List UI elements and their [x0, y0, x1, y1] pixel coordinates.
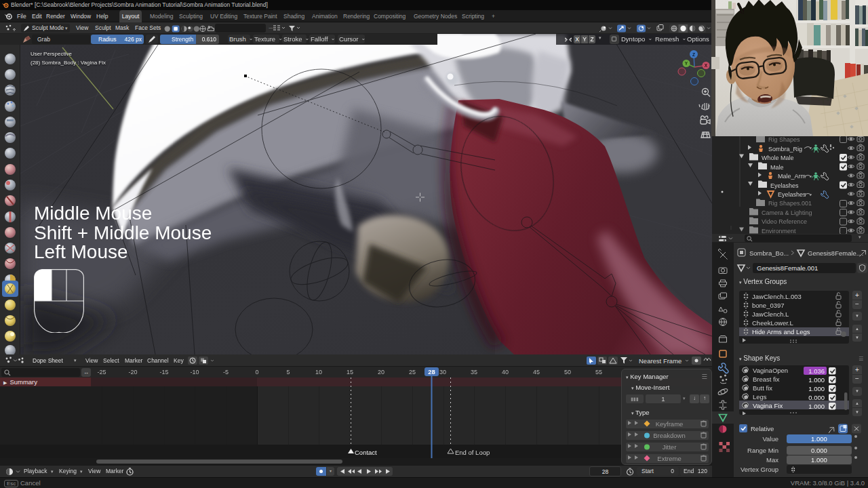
- svg-text:28: 28: [428, 368, 435, 375]
- svg-text:Jitter: Jitter: [663, 443, 677, 451]
- svg-text:Butt fix: Butt fix: [753, 384, 772, 392]
- svg-text:Eyelashes: Eyelashes: [778, 191, 806, 198]
- svg-text:1.000: 1.000: [808, 403, 825, 410]
- svg-text:Sombra_Bo...: Sombra_Bo...: [749, 249, 789, 257]
- svg-text:Rig Shapes.001: Rig Shapes.001: [768, 200, 812, 207]
- svg-text:CheekLower.L: CheekLower.L: [752, 319, 793, 327]
- svg-text:Extreme: Extreme: [657, 455, 681, 462]
- svg-text:Hide Arms and Legs: Hide Arms and Legs: [752, 328, 810, 336]
- svg-text:JawClench.L: JawClench.L: [752, 310, 789, 318]
- svg-text:0.000: 0.000: [808, 394, 825, 401]
- svg-text:JawClench.L.003: JawClench.L.003: [752, 293, 802, 300]
- svg-text:Genesis8Female....: Genesis8Female....: [808, 249, 863, 257]
- svg-text:Eyelashes: Eyelashes: [770, 182, 799, 189]
- svg-text:Camera & Lighting: Camera & Lighting: [762, 209, 812, 216]
- svg-text:1.000: 1.000: [808, 385, 825, 392]
- svg-text:bone_0397: bone_0397: [752, 302, 785, 309]
- svg-text:Male_Arm: Male_Arm: [778, 173, 806, 180]
- svg-text:1.036: 1.036: [808, 367, 825, 375]
- svg-text:End of Loop: End of Loop: [455, 449, 490, 456]
- svg-text:Breakdown: Breakdown: [653, 432, 686, 439]
- svg-text:Environment: Environment: [762, 228, 796, 235]
- svg-text:1.000: 1.000: [808, 376, 825, 384]
- svg-text:Male: Male: [770, 164, 784, 171]
- svg-text:Rig Shapes: Rig Shapes: [768, 136, 800, 143]
- svg-text:Z: Z: [692, 52, 695, 57]
- svg-text:Breast fix: Breast fix: [753, 375, 780, 383]
- svg-text:Y: Y: [685, 61, 688, 66]
- svg-text:Nearest Frame: Nearest Frame: [639, 357, 682, 365]
- svg-text:Contact: Contact: [355, 449, 377, 456]
- svg-text:Sombra_Rig: Sombra_Rig: [768, 146, 802, 152]
- svg-text:Whole Male: Whole Male: [762, 155, 794, 161]
- svg-text:Video Reference: Video Reference: [762, 218, 807, 225]
- svg-text:Keyframe: Keyframe: [656, 420, 684, 428]
- svg-text:VaginaOpen: VaginaOpen: [753, 367, 788, 374]
- svg-text:X: X: [705, 63, 708, 68]
- svg-text:Vagina Fix: Vagina Fix: [753, 402, 783, 409]
- svg-text:Legs: Legs: [753, 393, 767, 401]
